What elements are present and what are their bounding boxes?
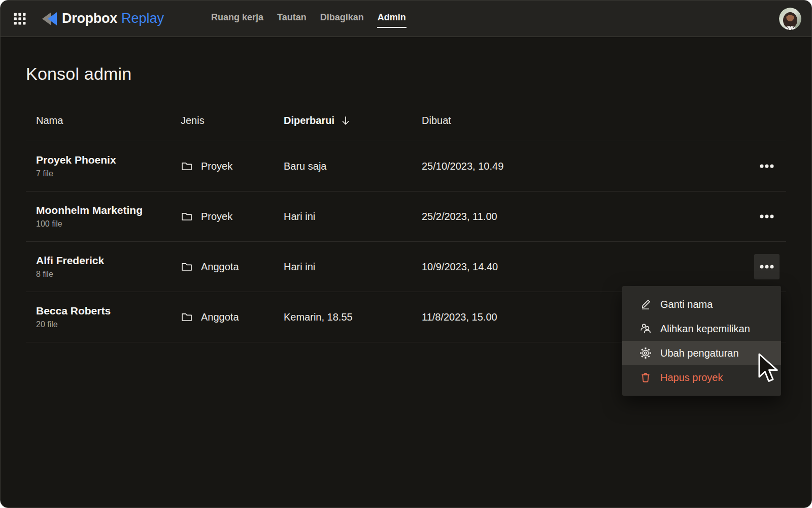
project-name: Proyek Phoenix <box>36 154 181 166</box>
row-context-menu: Ganti nama Alihkan kepemilikan <box>622 286 781 396</box>
table-row[interactable]: Proyek Phoenix 7 file Proyek Baru saja 2… <box>26 141 786 192</box>
table-header-row: Nama Jenis Diperbarui Dibuat <box>26 115 786 141</box>
cell-updated: Kemarin, 18.55 <box>284 311 422 323</box>
cell-created: 10/9/2023, 14.40 <box>422 261 754 273</box>
cell-updated: Hari ini <box>284 211 422 223</box>
avatar-photo <box>779 8 801 30</box>
folder-icon <box>181 160 193 172</box>
menu-item-label: Hapus proyek <box>660 372 723 384</box>
brand-word-replay: Replay <box>121 11 164 26</box>
project-name: Moonhelm Marketing <box>36 204 181 216</box>
table-row[interactable]: Alfi Frederick 8 file Anggota Hari ini 1… <box>26 242 786 292</box>
cell-created: 25/2/2023, 11.00 <box>422 211 754 223</box>
page-title: Konsol admin <box>26 37 786 82</box>
trash-icon <box>639 371 652 384</box>
cell-actions <box>754 254 786 279</box>
menu-item-alihkan-kepemilikan[interactable]: Alihkan kepemilikan <box>622 316 781 341</box>
gear-icon <box>639 347 652 359</box>
menu-item-label: Ubah pengaturan <box>660 347 739 359</box>
menu-item-ganti-nama[interactable]: Ganti nama <box>622 292 781 316</box>
cell-name: Proyek Phoenix 7 file <box>26 154 181 178</box>
row-menu-button[interactable] <box>754 254 780 279</box>
row-menu-button[interactable] <box>754 153 780 179</box>
top-bar: Dropbox Replay Ruang kerjaTautanDibagika… <box>1 1 811 37</box>
column-header-diperbarui-label: Diperbarui <box>284 115 334 126</box>
dropbox-replay-logo[interactable]: Dropbox Replay <box>40 11 164 26</box>
cell-updated: Hari ini <box>284 261 422 273</box>
folder-icon <box>181 261 193 273</box>
cell-type: Proyek <box>181 210 284 223</box>
cell-type: Proyek <box>181 160 284 172</box>
ellipsis-icon <box>760 164 774 168</box>
ellipsis-icon <box>760 214 774 218</box>
cell-actions <box>754 153 786 179</box>
file-count: 7 file <box>36 169 181 178</box>
nav-item-admin[interactable]: Admin <box>377 8 407 29</box>
folder-icon <box>181 311 193 323</box>
nav-item-tautan[interactable]: Tautan <box>277 8 307 29</box>
cell-type: Anggota <box>181 261 284 273</box>
column-header-diperbarui[interactable]: Diperbarui <box>284 115 422 126</box>
cell-name: Moonhelm Marketing 100 file <box>26 204 181 229</box>
folder-icon <box>181 210 193 223</box>
file-count: 100 file <box>36 219 181 229</box>
replay-admin-window: Dropbox Replay Ruang kerjaTautanDibagika… <box>0 0 812 508</box>
cell-updated: Baru saja <box>284 161 422 172</box>
type-label: Anggota <box>201 311 239 323</box>
menu-item-hapus-proyek[interactable]: Hapus proyek <box>622 365 781 390</box>
menu-item-label: Alihkan kepemilikan <box>660 323 750 335</box>
type-label: Proyek <box>201 211 232 223</box>
table-row[interactable]: Moonhelm Marketing 100 file Proyek Hari … <box>26 192 786 242</box>
file-count: 20 file <box>36 320 181 329</box>
project-name: Becca Roberts <box>36 305 181 317</box>
brand-word-dropbox: Dropbox <box>62 11 117 26</box>
file-count: 8 file <box>36 270 181 279</box>
type-label: Proyek <box>201 161 232 172</box>
row-menu-button[interactable] <box>754 204 780 229</box>
apps-grid-icon-glyph <box>14 13 26 25</box>
cell-type: Anggota <box>181 311 284 323</box>
cell-actions <box>754 204 786 229</box>
menu-item-label: Ganti nama <box>660 299 713 310</box>
nav-item-dibagikan[interactable]: Dibagikan <box>320 8 364 29</box>
arrow-down-icon <box>341 115 350 125</box>
cell-name: Becca Roberts 20 file <box>26 305 181 329</box>
pencil-icon <box>639 298 652 310</box>
main-nav: Ruang kerjaTautanDibagikanAdmin <box>211 8 407 29</box>
type-label: Anggota <box>201 261 239 273</box>
column-header-dibuat[interactable]: Dibuat <box>422 115 754 126</box>
cell-name: Alfi Frederick 8 file <box>26 255 181 279</box>
cell-created: 25/10/2023, 10.49 <box>422 161 754 172</box>
project-name: Alfi Frederick <box>36 255 181 267</box>
nav-item-ruang-kerja[interactable]: Ruang kerja <box>211 8 264 29</box>
column-header-jenis[interactable]: Jenis <box>181 115 284 126</box>
column-header-nama[interactable]: Nama <box>26 115 181 126</box>
replay-rewind-icon <box>40 12 58 26</box>
menu-item-ubah-pengaturan[interactable]: Ubah pengaturan <box>622 341 781 365</box>
user-avatar[interactable] <box>779 8 801 30</box>
transfer-ownership-icon <box>639 323 652 335</box>
ellipsis-icon <box>760 265 774 269</box>
apps-grid-icon[interactable] <box>14 13 26 25</box>
